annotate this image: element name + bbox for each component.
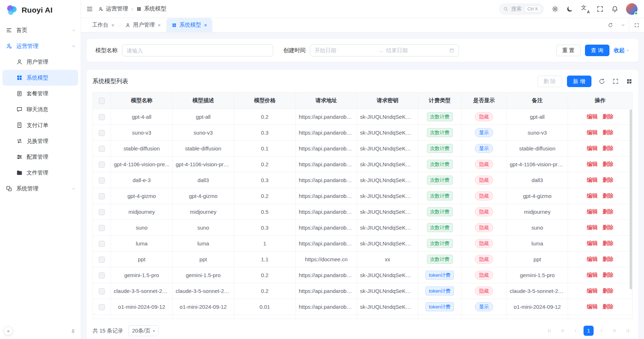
content-fullscreen-icon[interactable] <box>629 18 644 32</box>
close-icon[interactable]: × <box>204 22 207 28</box>
prev-page-button[interactable] <box>571 326 581 336</box>
cell-model-desc: stable-diffusion <box>173 141 234 157</box>
reset-button[interactable]: 重 置 <box>556 45 581 56</box>
language-icon[interactable]: 文A <box>581 5 589 13</box>
tab-user-management[interactable]: 用户管理 × <box>120 18 166 32</box>
row-checkbox[interactable] <box>99 130 105 136</box>
cell-request-url: https://api.pandarobo... <box>296 236 357 252</box>
select-all-checkbox[interactable] <box>99 98 105 104</box>
cell-remark: dall3 <box>507 172 568 188</box>
row-checkbox[interactable] <box>99 162 105 168</box>
vertical-scrollbar-thumb[interactable] <box>630 109 632 289</box>
delete-link[interactable]: 删除 <box>603 288 613 294</box>
billing-type-tag: token计费 <box>425 271 454 280</box>
edit-link[interactable]: 编辑 <box>587 193 598 199</box>
fast-prev-button[interactable] <box>558 326 568 336</box>
table-row: gemini-1.5-pro gemini-1.5-pro 0.2 https:… <box>93 267 632 283</box>
chevron-down-icon[interactable] <box>617 18 629 32</box>
edit-link[interactable]: 编辑 <box>587 161 598 167</box>
edit-link[interactable]: 编辑 <box>587 256 598 262</box>
tab-system-model[interactable]: 系统模型 × <box>166 18 213 32</box>
pin-icon[interactable] <box>71 329 76 334</box>
avatar[interactable] <box>626 3 638 15</box>
row-checkbox[interactable] <box>99 272 105 279</box>
edit-link[interactable]: 编辑 <box>587 129 598 135</box>
add-button[interactable]: 新 增 <box>567 76 591 87</box>
table-fullscreen-icon[interactable] <box>612 78 619 85</box>
table-refresh-icon[interactable] <box>599 78 605 85</box>
sidebar-item-user-management[interactable]: 用户管理 <box>3 54 78 70</box>
refresh-icon[interactable] <box>604 18 617 32</box>
logo[interactable]: Ruoyi AI <box>0 0 81 20</box>
search-input[interactable]: 搜索 Ctrl K <box>499 3 544 15</box>
delete-button[interactable]: 删 除 <box>537 76 562 87</box>
delete-link[interactable]: 删除 <box>603 193 613 199</box>
sidebar-item-system-model[interactable]: 系统模型 <box>3 70 78 86</box>
row-checkbox[interactable] <box>99 193 105 199</box>
sidebar-item-file-management[interactable]: 文件管理 <box>3 165 78 181</box>
date-range-picker[interactable]: 开始日期 → 结束日期 <box>310 44 459 56</box>
cell-model-desc: suno <box>173 220 234 236</box>
sidebar-item-system-management[interactable]: 系统管理 <box>0 181 81 196</box>
row-checkbox[interactable] <box>99 209 105 215</box>
delete-link[interactable]: 删除 <box>603 303 613 309</box>
last-page-button[interactable] <box>622 326 632 336</box>
delete-link[interactable]: 删除 <box>603 224 613 230</box>
sidebar-item-exchange-management[interactable]: 兑换管理 <box>3 133 78 149</box>
sidebar-item-payment-orders[interactable]: 支付订单 <box>3 117 78 133</box>
settings-icon[interactable] <box>551 5 559 13</box>
collapse-filter-link[interactable]: 收起 <box>614 47 630 54</box>
delete-link[interactable]: 删除 <box>603 113 613 119</box>
edit-link[interactable]: 编辑 <box>587 303 598 309</box>
row-checkbox[interactable] <box>99 146 105 152</box>
edit-link[interactable]: 编辑 <box>587 240 598 246</box>
first-page-button[interactable] <box>545 326 555 336</box>
sidebar-item-config-management[interactable]: 配置管理 <box>3 149 78 165</box>
edit-link[interactable]: 编辑 <box>587 224 598 230</box>
edit-link[interactable]: 编辑 <box>587 272 598 278</box>
delete-link[interactable]: 删除 <box>603 161 613 167</box>
dark-mode-icon[interactable] <box>566 5 573 13</box>
cell-remark: ppt <box>507 252 568 267</box>
row-checkbox[interactable] <box>99 257 105 263</box>
delete-link[interactable]: 删除 <box>603 145 613 151</box>
edit-link[interactable]: 编辑 <box>587 177 598 183</box>
fast-next-button[interactable] <box>609 326 620 336</box>
row-checkbox[interactable] <box>99 177 105 184</box>
sidebar-collapse-button[interactable]: « <box>4 326 13 335</box>
delete-link[interactable]: 删除 <box>603 177 613 183</box>
page-number-current[interactable]: 1 <box>584 326 594 336</box>
edit-link[interactable]: 编辑 <box>587 145 598 151</box>
next-page-button[interactable] <box>596 326 607 336</box>
sidebar-item-home[interactable]: 首页 <box>0 22 81 38</box>
row-checkbox[interactable] <box>99 304 105 310</box>
sidebar-item-package-management[interactable]: 套餐管理 <box>3 86 78 101</box>
row-checkbox[interactable] <box>99 241 105 247</box>
fullscreen-icon[interactable] <box>596 5 604 13</box>
edit-link[interactable]: 编辑 <box>587 288 598 294</box>
page-size-select[interactable]: 20条/页 ▾ <box>128 325 159 336</box>
delete-link[interactable]: 删除 <box>603 256 613 262</box>
close-icon[interactable]: × <box>158 22 161 28</box>
row-checkbox[interactable] <box>99 114 105 120</box>
notifications-icon[interactable] <box>611 5 618 13</box>
delete-link[interactable]: 删除 <box>603 208 613 214</box>
sidebar-item-operations[interactable]: 运营管理 <box>0 38 81 54</box>
search-button[interactable]: 查 询 <box>585 45 609 56</box>
delete-link[interactable]: 删除 <box>603 129 613 135</box>
delete-link[interactable]: 删除 <box>603 272 613 278</box>
model-name-input[interactable] <box>122 44 273 56</box>
close-icon[interactable]: × <box>111 22 114 28</box>
tab-workbench[interactable]: 工作台 × <box>87 18 120 32</box>
hamburger-menu-icon[interactable] <box>86 5 93 13</box>
delete-link[interactable]: 删除 <box>603 240 613 246</box>
breadcrumb-system-model[interactable]: 系统模型 <box>136 5 166 13</box>
row-checkbox[interactable] <box>99 288 105 294</box>
operations-submenu: 用户管理 系统模型 套餐管理 聊天消息 支付订单 <box>0 54 81 181</box>
edit-link[interactable]: 编辑 <box>587 208 598 214</box>
column-settings-icon[interactable] <box>626 78 632 85</box>
edit-link[interactable]: 编辑 <box>587 113 598 119</box>
sidebar-item-chat-messages[interactable]: 聊天消息 <box>3 101 78 117</box>
row-checkbox[interactable] <box>99 225 105 231</box>
breadcrumb-operations[interactable]: 运营管理 <box>98 5 128 13</box>
